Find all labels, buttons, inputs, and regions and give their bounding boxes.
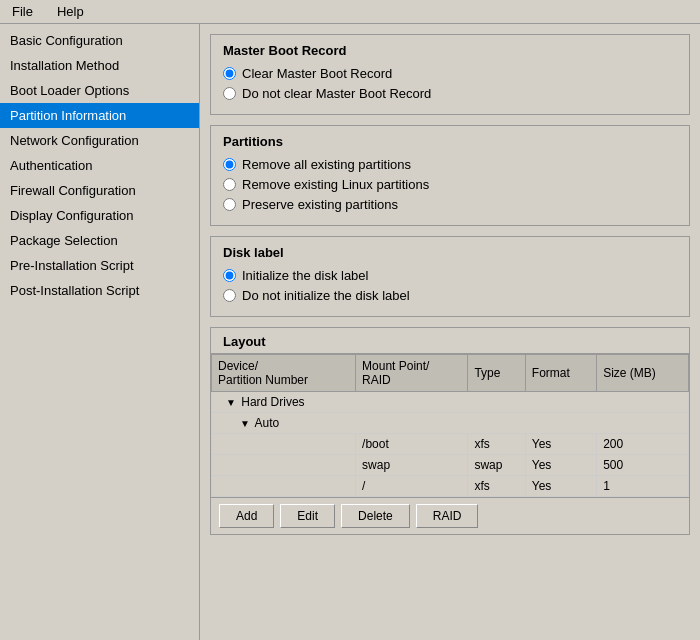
mbr-option-1-label: Clear Master Boot Record bbox=[242, 66, 392, 81]
table-row-hard-drives: ▼ Hard Drives bbox=[212, 392, 689, 413]
partitions-option-3-row: Preserve existing partitions bbox=[223, 197, 677, 212]
menubar: File Help bbox=[0, 0, 700, 24]
format-boot: Yes bbox=[525, 434, 596, 455]
layout-section: Layout Device/Partition Number Mount Poi… bbox=[210, 327, 690, 535]
size-root: 1 bbox=[597, 476, 689, 497]
disk-label-option-1-row: Initialize the disk label bbox=[223, 268, 677, 283]
expand-icon-hard-drives: ▼ bbox=[226, 397, 236, 408]
sidebar-item-partition-information[interactable]: Partition Information bbox=[0, 103, 199, 128]
partitions-option-2-row: Remove existing Linux partitions bbox=[223, 177, 677, 192]
partitions-option-3-radio[interactable] bbox=[223, 198, 236, 211]
sidebar-item-display-configuration[interactable]: Display Configuration bbox=[0, 203, 199, 228]
col-header-type: Type bbox=[468, 355, 525, 392]
table-row-auto: ▼ Auto bbox=[212, 413, 689, 434]
disk-label-section: Disk label Initialize the disk label Do … bbox=[210, 236, 690, 317]
mount-root: / bbox=[356, 476, 468, 497]
partitions-title: Partitions bbox=[223, 134, 677, 149]
size-boot: 200 bbox=[597, 434, 689, 455]
col-header-mount: Mount Point/RAID bbox=[356, 355, 468, 392]
device-swap bbox=[212, 455, 356, 476]
disk-label-option-2-radio[interactable] bbox=[223, 289, 236, 302]
delete-button[interactable]: Delete bbox=[341, 504, 410, 528]
content-area: Master Boot Record Clear Master Boot Rec… bbox=[200, 24, 700, 640]
mbr-option-2-label: Do not clear Master Boot Record bbox=[242, 86, 431, 101]
type-swap: swap bbox=[468, 455, 525, 476]
disk-label-title: Disk label bbox=[223, 245, 677, 260]
sidebar-item-post-installation-script[interactable]: Post-Installation Script bbox=[0, 278, 199, 303]
mbr-option-1-row: Clear Master Boot Record bbox=[223, 66, 677, 81]
type-root: xfs bbox=[468, 476, 525, 497]
add-button[interactable]: Add bbox=[219, 504, 274, 528]
size-swap: 500 bbox=[597, 455, 689, 476]
disk-label-option-1-radio[interactable] bbox=[223, 269, 236, 282]
hard-drives-cell: ▼ Hard Drives bbox=[212, 392, 689, 413]
disk-label-option-2-row: Do not initialize the disk label bbox=[223, 288, 677, 303]
mbr-option-2-row: Do not clear Master Boot Record bbox=[223, 86, 677, 101]
table-row-swap[interactable]: swap swap Yes 500 bbox=[212, 455, 689, 476]
disk-label-option-2-label: Do not initialize the disk label bbox=[242, 288, 410, 303]
partitions-option-1-label: Remove all existing partitions bbox=[242, 157, 411, 172]
mbr-option-2-radio[interactable] bbox=[223, 87, 236, 100]
layout-table: Device/Partition Number Mount Point/RAID… bbox=[211, 354, 689, 497]
col-header-format: Format bbox=[525, 355, 596, 392]
layout-table-wrapper: Device/Partition Number Mount Point/RAID… bbox=[211, 353, 689, 497]
menu-help[interactable]: Help bbox=[49, 2, 92, 21]
partitions-option-3-label: Preserve existing partitions bbox=[242, 197, 398, 212]
layout-title: Layout bbox=[211, 328, 689, 353]
sidebar-item-package-selection[interactable]: Package Selection bbox=[0, 228, 199, 253]
raid-button[interactable]: RAID bbox=[416, 504, 479, 528]
table-row-boot[interactable]: /boot xfs Yes 200 bbox=[212, 434, 689, 455]
layout-buttons: Add Edit Delete RAID bbox=[211, 497, 689, 534]
sidebar-item-boot-loader-options[interactable]: Boot Loader Options bbox=[0, 78, 199, 103]
format-root: Yes bbox=[525, 476, 596, 497]
table-row-root[interactable]: / xfs Yes 1 bbox=[212, 476, 689, 497]
main-container: Basic Configuration Installation Method … bbox=[0, 24, 700, 640]
edit-button[interactable]: Edit bbox=[280, 504, 335, 528]
partitions-option-1-row: Remove all existing partitions bbox=[223, 157, 677, 172]
hard-drives-label: Hard Drives bbox=[241, 395, 304, 409]
sidebar-item-installation-method[interactable]: Installation Method bbox=[0, 53, 199, 78]
device-boot bbox=[212, 434, 356, 455]
sidebar-item-authentication[interactable]: Authentication bbox=[0, 153, 199, 178]
sidebar-item-basic-configuration[interactable]: Basic Configuration bbox=[0, 28, 199, 53]
menu-file[interactable]: File bbox=[4, 2, 41, 21]
mount-swap: swap bbox=[356, 455, 468, 476]
mbr-title: Master Boot Record bbox=[223, 43, 677, 58]
format-swap: Yes bbox=[525, 455, 596, 476]
expand-icon-auto: ▼ bbox=[240, 418, 250, 429]
type-boot: xfs bbox=[468, 434, 525, 455]
auto-label: Auto bbox=[255, 416, 280, 430]
disk-label-option-1-label: Initialize the disk label bbox=[242, 268, 368, 283]
col-header-device: Device/Partition Number bbox=[212, 355, 356, 392]
mbr-section: Master Boot Record Clear Master Boot Rec… bbox=[210, 34, 690, 115]
device-root bbox=[212, 476, 356, 497]
partitions-option-2-label: Remove existing Linux partitions bbox=[242, 177, 429, 192]
partitions-option-2-radio[interactable] bbox=[223, 178, 236, 191]
mbr-option-1-radio[interactable] bbox=[223, 67, 236, 80]
sidebar: Basic Configuration Installation Method … bbox=[0, 24, 200, 640]
col-header-size: Size (MB) bbox=[597, 355, 689, 392]
auto-cell: ▼ Auto bbox=[212, 413, 689, 434]
partitions-section: Partitions Remove all existing partition… bbox=[210, 125, 690, 226]
sidebar-item-firewall-configuration[interactable]: Firewall Configuration bbox=[0, 178, 199, 203]
mount-boot: /boot bbox=[356, 434, 468, 455]
sidebar-item-pre-installation-script[interactable]: Pre-Installation Script bbox=[0, 253, 199, 278]
partitions-option-1-radio[interactable] bbox=[223, 158, 236, 171]
sidebar-item-network-configuration[interactable]: Network Configuration bbox=[0, 128, 199, 153]
